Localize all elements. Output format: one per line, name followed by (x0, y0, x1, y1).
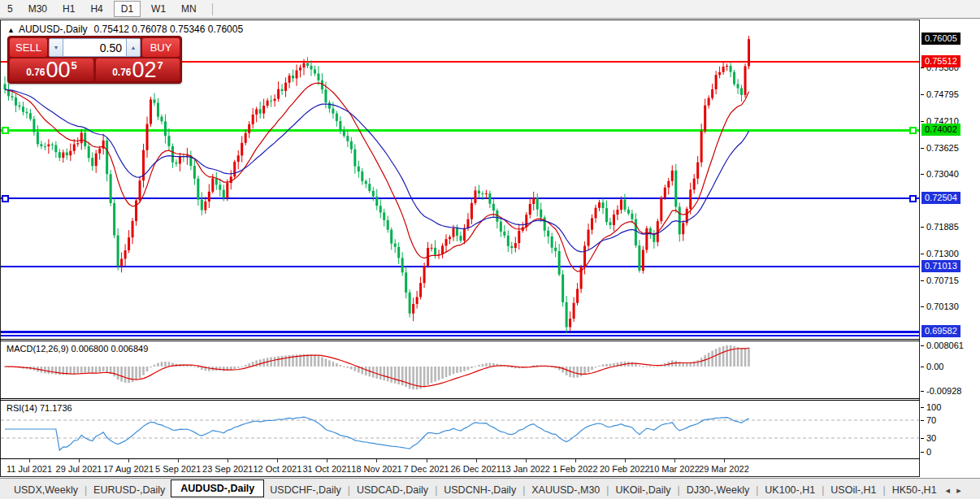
tabs-scroll-left-button[interactable]: ◂ (943, 484, 954, 497)
chart-ohlc-title: ▲AUDUSD-,Daily0.75412 0.76078 0.75346 0.… (7, 24, 243, 35)
axis-tick-mark (921, 420, 924, 421)
toolbar-separator (212, 3, 213, 15)
axis-tick-mark (921, 174, 924, 175)
axis-tick-mark (921, 438, 924, 439)
timeframe-button-mn[interactable]: MN (176, 2, 202, 16)
buy-price-sup: 7 (158, 59, 163, 72)
volume-up-button[interactable]: ▲ (126, 39, 140, 56)
sell-price-display[interactable]: 0.76 00 5 (10, 59, 93, 81)
tab-separator: | (678, 484, 680, 496)
price-line-badge: 0.71013 (921, 260, 960, 272)
tab-separator: | (606, 484, 609, 496)
price-tick-label: 0.70715 (926, 276, 959, 285)
macd-indicator-label: MACD(12,26,9) 0.006800 0.006849 (7, 344, 148, 354)
tab-separator: | (348, 484, 350, 496)
macd-tick-label: 0.008061 (926, 341, 964, 350)
price-line-badge: 0.72504 (921, 192, 960, 204)
volume-input[interactable] (63, 39, 126, 56)
volume-stepper: ▼ ▲ (49, 38, 141, 57)
collapse-icon[interactable]: ▲ (7, 26, 15, 34)
chart-tab-uk100h1[interactable]: UK100-,H1 (759, 482, 821, 498)
tab-separator: | (883, 484, 886, 496)
axis-tick-mark (921, 121, 924, 122)
rsi-tick-label: 0 (926, 447, 931, 457)
chart-tab-ukoildaily[interactable]: UKOil-,Daily (609, 482, 676, 498)
timeframe-toolbar: 5M30H1H4D1W1MN (0, 0, 980, 19)
axis-tick-mark (921, 227, 924, 228)
timeframe-button-5[interactable]: 5 (2, 2, 18, 16)
price-axis[interactable]: 0.753800.747950.742100.736250.730400.718… (921, 20, 980, 477)
price-tick-label: 0.70130 (926, 302, 959, 311)
trading-app-window: ▲AUDUSD-,Daily0.75412 0.76078 0.75346 0.… (0, 0, 980, 499)
rsi-tick-label: 70 (926, 415, 936, 425)
sell-price-sup: 5 (72, 59, 77, 72)
price-line-badge: 0.74002 (921, 124, 960, 136)
price-tick-label: 0.71885 (926, 222, 959, 232)
chart-tabs-bar: USDX,Weekly|EURUSD-,DailyAUDUSD-,DailyUS… (0, 478, 980, 499)
axis-tick-mark (921, 67, 924, 68)
chart-tab-usoilh1[interactable]: USOil-,H1 (825, 482, 882, 498)
one-click-trading-panel: SELL ▼ ▲ BUY 0.76 00 5 0.76 02 7 (7, 36, 182, 84)
tab-separator: | (822, 484, 824, 496)
axis-tick-mark (921, 280, 924, 281)
chart-tab-usdcaddaily[interactable]: USDCAD-,Daily (351, 482, 434, 498)
chart-symbol-label: AUDUSD-,Daily (19, 24, 88, 35)
axis-tick-mark (921, 367, 924, 367)
chart-tab-usdcnhdaily[interactable]: USDCNH-,Daily (438, 482, 522, 498)
price-tick-label: 0.73040 (926, 169, 959, 179)
tab-separator: | (85, 484, 87, 496)
timeframe-button-m30[interactable]: M30 (24, 2, 52, 16)
sell-button[interactable]: SELL (10, 38, 47, 57)
rsi-indicator-label: RSI(14) 71.1736 (7, 403, 72, 413)
price-line-badge: 0.75512 (921, 55, 960, 67)
chart-tab-xauusdm30[interactable]: XAUUSD-,M30 (526, 482, 605, 498)
macd-tick-label: 0.00 (926, 362, 943, 371)
axis-tick-mark (921, 254, 924, 254)
sell-price-prefix: 0.76 (26, 67, 45, 78)
rsi-tick-label: 100 (926, 402, 941, 412)
axis-tick-mark (921, 345, 924, 346)
volume-down-button[interactable]: ▼ (50, 39, 63, 56)
chart-window: ▲AUDUSD-,Daily0.75412 0.76078 0.75346 0.… (0, 0, 980, 478)
buy-price-big: 02 (132, 60, 157, 80)
date-tick-label: 29 Mar 2022 (695, 464, 753, 474)
price-tick-label: 0.71300 (926, 249, 959, 258)
tab-separator: | (523, 484, 525, 496)
buy-button[interactable]: BUY (142, 38, 180, 57)
buy-price-prefix: 0.76 (112, 67, 131, 78)
chart-tab-eurusddaily[interactable]: EURUSD-,Daily (88, 482, 171, 498)
chart-tab-hk50h1[interactable]: HK50-,H1 (887, 482, 943, 498)
chart-tab-usdchfdaily[interactable]: USDCHF-,Daily (264, 482, 347, 498)
sell-price-big: 00 (46, 60, 71, 80)
chart-tab-dj30weekly[interactable]: DJ30-,Weekly (681, 482, 756, 498)
chart-tab-usdxweekly[interactable]: USDX,Weekly (8, 482, 84, 498)
chart-ohlc-values: 0.75412 0.76078 0.75346 0.76005 (94, 24, 244, 35)
price-tick-label: 0.73625 (926, 143, 959, 153)
chart-tab-audusddaily[interactable]: AUDUSD-,Daily (171, 479, 264, 497)
buy-price-display[interactable]: 0.76 02 7 (96, 59, 180, 81)
macd-tick-label: -0.00928 (926, 386, 961, 396)
tab-separator: | (756, 484, 758, 496)
price-tick-label: 0.74795 (926, 89, 959, 99)
axis-tick-mark (921, 94, 924, 95)
axis-tick-mark (921, 452, 924, 453)
rsi-tick-label: 30 (926, 433, 936, 443)
tabs-scroll-right-button[interactable]: ▸ (953, 484, 965, 497)
timeframe-button-d1[interactable]: D1 (114, 1, 141, 17)
axis-tick-mark (921, 391, 924, 392)
axis-tick-mark (921, 407, 924, 408)
tab-separator: | (435, 484, 437, 496)
timeframe-button-h4[interactable]: H4 (85, 2, 107, 16)
axis-tick-mark (921, 148, 924, 149)
price-line-badge: 0.69582 (921, 325, 960, 337)
axis-tick-mark (921, 306, 924, 307)
timeframe-button-w1[interactable]: W1 (146, 2, 171, 16)
timeframe-button-h1[interactable]: H1 (58, 2, 80, 16)
price-line-badge: 0.76005 (921, 33, 960, 45)
